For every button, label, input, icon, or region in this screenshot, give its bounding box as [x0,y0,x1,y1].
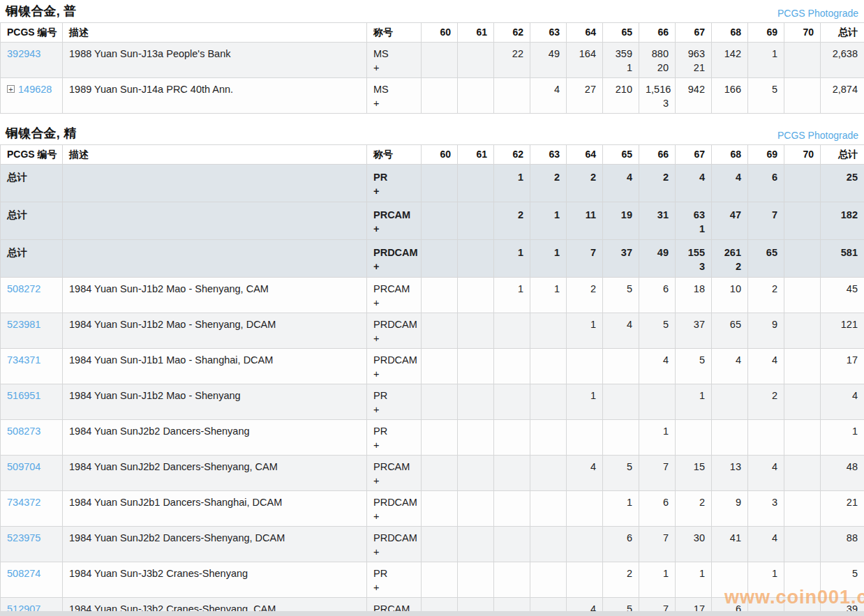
grade-count-cell [422,562,458,598]
grade-count-cell [422,349,458,384]
designation-label: PRDCAM [373,246,415,260]
grade-count: 37 [609,246,632,260]
pcgs-number-link[interactable]: 523975 [7,532,40,543]
population-report: 铜镍合金, 普PCGS PhotogradePCGS 编号描述称号6061626… [0,0,864,616]
table-row: 5239751984 Yuan SunJ2b2 Dancers-Shenyang… [1,527,864,562]
coin-description-cell: 1984 Yuan Sun-J1b2 Mao - Shenyang [63,384,367,420]
pcgs-number-link[interactable]: 508272 [7,283,40,294]
grade-count-cell: 27 [567,78,603,114]
coin-description-cell: 1989 Yuan Sun-J14a PRC 40th Ann. [63,78,367,114]
grade-count-cell: 10 [712,278,748,313]
column-header: 65 [603,145,639,165]
grade-count-cell [567,349,603,384]
grade-count: 1 [573,389,596,403]
grade-count-cell [458,165,494,202]
horizontal-scrollbar[interactable] [0,611,864,616]
pcgs-number-cell: 734372 [1,491,63,527]
table-row: 5082731984 Yuan SunJ2b2 Dancers-Shenyang… [1,420,864,456]
grade-count-cell [712,562,748,598]
grade-count-cell [530,349,567,384]
pcgs-number-link[interactable]: 508273 [7,426,40,437]
grade-count-cell: 3591 [603,43,639,78]
grade-count-cell: 6 [748,165,784,202]
pcgs-number-link[interactable]: 734371 [7,354,40,366]
pcgs-number-link[interactable]: 149628 [18,84,52,95]
pcgs-number-link[interactable]: 523981 [7,319,40,330]
grade-count-cell: 4 [748,349,784,384]
column-header: 63 [530,145,567,165]
designation-cell: PR+ [367,420,422,456]
grade-count-cell: 210 [603,78,639,114]
grade-count-cell: 96321 [676,43,712,78]
grade-count: 6 [609,531,632,545]
grade-count-cell [458,202,494,240]
column-header: 66 [639,23,676,43]
grade-count-cell [567,491,603,527]
expand-icon[interactable]: + [7,85,15,93]
pcgs-number-link[interactable]: 509704 [7,461,40,472]
pcgs-number-cell: +149628 [1,78,63,114]
grade-count: 31 [646,208,669,222]
grade-count: 963 [682,47,705,61]
grade-count: 5 [754,82,777,96]
grade-count-cell [458,43,494,78]
grade-count: 880 [646,47,669,61]
grade-count-cell [567,562,603,598]
grade-count-cell [530,527,567,562]
grade-count: 1 [537,246,560,260]
table-row: 5082721984 Yuan Sun-J1b2 Mao - Shenyang,… [1,278,864,313]
column-header: 描述 [63,145,367,165]
pcgs-number-link[interactable]: 734372 [7,497,40,508]
designation-plus-label: + [373,403,415,416]
grade-count-cell [458,562,494,598]
grade-count-cell: 49 [530,43,567,78]
grade-count-cell: 1 [494,278,530,313]
pcgs-photograde-link[interactable]: PCGS Photograde [777,8,858,20]
grade-count-cell: 4 [603,165,639,202]
grade-count: 1,516 [646,82,669,96]
grade-count-cell: 164 [567,43,603,78]
grade-count: 49 [537,47,560,61]
pcgs-number-link[interactable]: 516951 [7,390,40,401]
grade-count: 4 [754,531,777,545]
grade-count: 1 [500,246,523,260]
grade-count: 2 [573,282,596,296]
grade-count: 2 [754,282,777,296]
grade-count-cell: 2 [676,491,712,527]
grade-count: 2 [500,208,523,222]
grade-count-cell [422,491,458,527]
grade-count-cell: 65 [712,313,748,349]
coin-description-cell: 1984 Yuan Sun-J1b1 Mao - Shanghai, DCAM [63,349,367,384]
section-title: 铜镍合金, 普 [6,3,76,20]
coin-description-cell [63,165,367,202]
coin-description-cell: 1984 Yuan Sun-J3b2 Cranes-Shenyang [63,562,367,598]
total-count-cell: 45 [821,278,864,313]
grade-count: 18 [682,282,705,296]
grade-count: 4 [573,460,596,474]
pcgs-number-cell: 508273 [1,420,63,456]
grade-count-cell [530,420,567,456]
pcgs-photograde-link[interactable]: PCGS Photograde [777,130,858,142]
grade-count-cell [603,384,639,420]
designation-label: MS [373,47,415,61]
grade-count-cell [639,384,676,420]
grade-count-cell: 2 [603,562,639,598]
grade-count: 22 [500,47,523,61]
pcgs-number-link[interactable]: 508274 [7,568,40,579]
column-header: 67 [676,145,712,165]
designation-plus-label: + [373,184,415,198]
grade-count-cell: 1553 [676,240,712,278]
grade-count-cell [458,420,494,456]
grade-count-cell [494,313,530,349]
pcgs-number-link[interactable]: 392943 [7,48,40,59]
table-head: PCGS 编号描述称号6061626364656667686970总计 [1,23,864,43]
grade-count-cell: 1 [530,240,567,278]
designation-cell: MS+ [367,78,422,114]
designation-plus-label: + [373,222,415,236]
column-header: 69 [748,23,784,43]
grade-count: 2 [682,495,705,509]
grade-count-cell [422,43,458,78]
grade-count-cell [422,202,458,240]
grade-count: 49 [646,246,669,260]
grade-count-cell: 1 [603,491,639,527]
